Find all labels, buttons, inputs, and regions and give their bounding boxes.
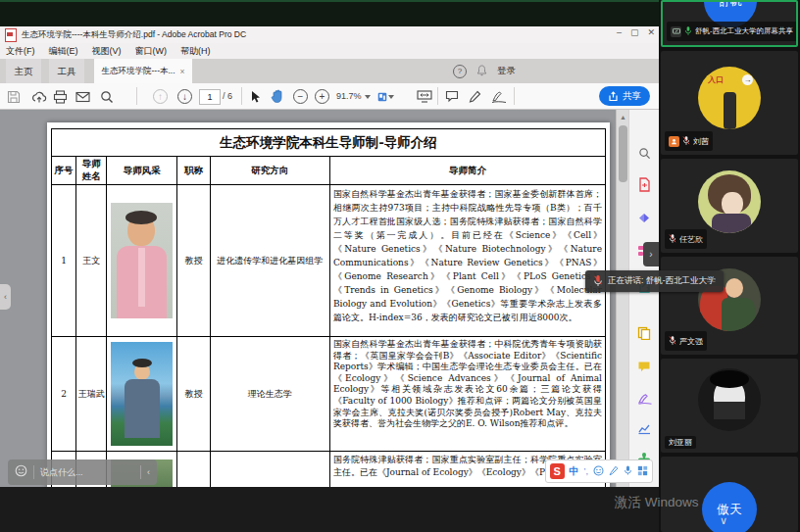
login-button[interactable]: 登录: [497, 65, 516, 77]
tutor-photo: [111, 203, 173, 318]
zoom-level-value: 91.7%: [336, 91, 362, 101]
tutor-photo: [111, 342, 173, 446]
participant-tile[interactable]: 刘亚丽: [661, 359, 798, 453]
mic-muted-icon: [669, 230, 676, 248]
ime-handwriting-icon[interactable]: [609, 462, 619, 480]
presenter-desktop-strip: [0, 0, 659, 28]
create-pdf-icon[interactable]: [636, 210, 652, 225]
menu-view[interactable]: 视图(V): [92, 45, 122, 58]
fill-sign-icon[interactable]: [490, 88, 507, 105]
tutor-field: 进化遗传学和进化基因组学: [210, 185, 329, 337]
emoji-icon[interactable]: [15, 463, 27, 481]
bell-icon[interactable]: [476, 65, 487, 78]
pdf-page: 生态环境学院本科生导师制-导师介绍 序号 导师姓名 导师风采 职称 研究方向 导…: [47, 122, 610, 487]
table-row: 2 王瑞武 教授 理论生态学 国家自然科学基金: [52, 337, 606, 452]
tabbar: 主页 工具 生态环境学院---本... × ? 登录: [0, 59, 659, 83]
scroll-up-icon[interactable]: ▲: [619, 113, 627, 121]
speaking-toast-text: 正在讲话: 舒帆-西北工业大学: [608, 275, 716, 287]
ime-mode-toggle[interactable]: 中: [570, 464, 579, 478]
col-header: 序号: [52, 157, 76, 185]
select-tool-icon[interactable]: [247, 88, 264, 105]
ime-punctuation-toggle[interactable]: ’,: [584, 466, 589, 476]
zoom-level-dropdown[interactable]: 91.7%: [336, 89, 371, 103]
screenshot-root: 生态环境学院----本科生导师介绍.pdf - Adobe Acrobat Pr…: [0, 0, 800, 532]
export-pdf-icon[interactable]: [636, 176, 652, 192]
nav-pane-handle[interactable]: ‹: [0, 284, 11, 310]
avatar-photo-face: [725, 278, 743, 298]
quick-chat-bar[interactable]: 说点什么... ‹: [8, 459, 157, 485]
page-display-dropdown-icon[interactable]: [377, 88, 394, 105]
participant-tile[interactable]: 舒帆 舒帆-西北工业大学的屏幕共享: [661, 0, 798, 47]
avatar-photo-sign: 入口: [708, 74, 724, 85]
avatar: [698, 368, 761, 431]
tab-home[interactable]: 主页: [6, 59, 41, 83]
previous-page-icon[interactable]: ↑: [152, 88, 169, 105]
tab-document[interactable]: 生态环境学院---本... ×: [94, 59, 192, 83]
email-icon[interactable]: [75, 88, 91, 105]
search-icon[interactable]: [98, 88, 115, 105]
maximize-button[interactable]: ▢: [630, 27, 639, 37]
avatar-photo-body: [722, 298, 755, 331]
cloud-upload-icon[interactable]: [30, 88, 47, 105]
avatar: 入口 →: [698, 67, 761, 129]
close-button[interactable]: ✕: [647, 27, 655, 37]
participants-panel-handle[interactable]: ›: [643, 242, 659, 266]
avatar: 傲天: [702, 482, 757, 532]
ime-keyboard-icon[interactable]: [637, 462, 648, 480]
col-header: 研究方向: [210, 157, 329, 185]
tutor-name: 王文: [76, 185, 107, 337]
tutor-rank: 教授: [177, 185, 210, 337]
ime-voice-icon[interactable]: [624, 462, 632, 480]
menu-window[interactable]: 窗口(W): [135, 45, 168, 58]
participant-name: 舒帆-西北工业大学的屏幕共享: [695, 26, 793, 36]
tutor-photo-cell: [107, 185, 177, 337]
panel-scroll-down-icon[interactable]: ∨: [720, 514, 727, 527]
sogou-logo-icon[interactable]: S: [550, 463, 565, 479]
avatar: [698, 170, 761, 233]
fit-width-icon[interactable]: [416, 88, 432, 105]
menu-edit[interactable]: 编辑(E): [49, 45, 78, 58]
find-icon[interactable]: [636, 145, 652, 161]
avatar-photo-arrow: →: [742, 74, 753, 85]
print-icon[interactable]: [52, 88, 69, 105]
page-count-label: / 6: [223, 89, 232, 103]
mic-muted-icon: [682, 132, 690, 150]
table-row: 1 王文 教授 进化遗传学和进化基因: [52, 185, 606, 337]
collapse-chat-icon[interactable]: ‹: [147, 467, 150, 477]
pencil-icon[interactable]: [467, 88, 483, 105]
participant-tile[interactable]: 入口 → 刘茜: [661, 51, 798, 155]
page-number-input[interactable]: 1: [199, 89, 221, 105]
avatar-photo-body: [712, 214, 751, 233]
hand-tool-icon[interactable]: [269, 88, 285, 105]
vertical-scrollbar[interactable]: ▲: [616, 110, 628, 487]
save-icon[interactable]: [5, 88, 22, 105]
minimize-button[interactable]: –: [617, 27, 622, 37]
activate-windows-watermark: 激活 Windows: [615, 494, 699, 511]
tutor-rank: [177, 452, 210, 488]
chat-input-placeholder[interactable]: 说点什么...: [40, 466, 134, 479]
combine-files-icon[interactable]: [636, 325, 652, 341]
member-badge-icon: [669, 136, 679, 147]
pdf-file-icon: [5, 28, 17, 42]
help-icon[interactable]: ?: [453, 65, 467, 78]
menu-file[interactable]: 文件(F): [6, 45, 35, 58]
tools-sidebar: ∨: [628, 110, 659, 487]
tab-tools[interactable]: 工具: [49, 59, 84, 83]
scrollbar-thumb[interactable]: [619, 125, 627, 182]
document-canvas[interactable]: 生态环境学院本科生导师制-导师介绍 序号 导师姓名 导师风采 职称 研究方向 导…: [0, 110, 616, 487]
zoom-in-icon[interactable]: +: [314, 88, 330, 105]
sign-tool-icon[interactable]: [636, 391, 652, 407]
zoom-out-icon[interactable]: −: [292, 88, 309, 105]
share-button[interactable]: 共享: [599, 86, 650, 106]
menu-help[interactable]: 帮助(H): [180, 45, 211, 58]
avatar-photo-face: [722, 192, 743, 216]
next-page-icon[interactable]: ↓: [176, 88, 193, 105]
comment-icon[interactable]: [443, 88, 460, 105]
speaking-mic-icon: [593, 274, 603, 289]
participant-tile[interactable]: 任艺欣: [661, 159, 798, 253]
measure-icon[interactable]: [636, 421, 652, 437]
tab-close-icon[interactable]: ×: [180, 67, 185, 76]
comment-tool-icon[interactable]: [636, 359, 652, 374]
participant-name: 严文强: [679, 336, 703, 347]
ime-emoji-icon[interactable]: [593, 462, 604, 480]
